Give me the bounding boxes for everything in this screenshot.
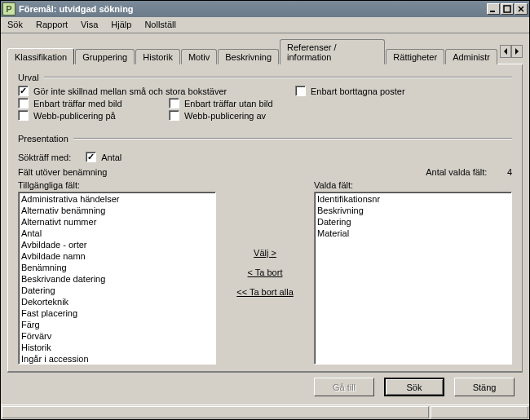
statusbar bbox=[1, 405, 529, 419]
urval-label: Urval bbox=[18, 73, 39, 82]
tab-administr[interactable]: Administr bbox=[445, 49, 497, 64]
divider bbox=[73, 138, 512, 139]
check-case-insensitive[interactable] bbox=[18, 86, 29, 96]
presentation-group: Presentation bbox=[18, 134, 512, 144]
subheading: Fält utöver benämning bbox=[18, 167, 107, 177]
titlebar: P Föremål: utvidgad sökning bbox=[1, 1, 529, 17]
check-without-image-label: Enbart träffar utan bild bbox=[184, 99, 273, 108]
tab-panel: Urval Gör inte skillnad mellan små och s… bbox=[7, 64, 523, 372]
tabstrip: Klassifikation Gruppering Historik Motiv… bbox=[7, 38, 523, 64]
list-item[interactable]: Avbildade - orter bbox=[20, 239, 214, 250]
remove-link[interactable]: < Ta bort bbox=[248, 267, 283, 277]
app-icon: P bbox=[2, 2, 15, 15]
list-actions: Välj > < Ta bort << Ta bort alla bbox=[216, 180, 314, 365]
dual-listbox: Tillgängliga fält: Administrativa händel… bbox=[18, 180, 512, 365]
body: Klassifikation Gruppering Historik Motiv… bbox=[1, 33, 529, 405]
selected-label: Valda fält: bbox=[314, 180, 512, 190]
list-item[interactable]: Benämning bbox=[20, 262, 214, 273]
divider bbox=[44, 77, 512, 78]
menu-sok[interactable]: Sök bbox=[1, 17, 29, 33]
check-with-image-label: Enbart träffar med bild bbox=[33, 99, 122, 108]
check-deleted-only-label: Enbart borttagna poster bbox=[311, 86, 405, 96]
soktraff-label: Sökträff med: bbox=[18, 153, 71, 162]
choose-link[interactable]: Välj > bbox=[254, 248, 276, 258]
menu-visa[interactable]: Visa bbox=[74, 17, 104, 33]
list-item[interactable]: Dekorteknik bbox=[20, 296, 214, 307]
list-item[interactable]: Material bbox=[316, 228, 510, 239]
check-antal-label: Antal bbox=[101, 153, 121, 162]
goto-button[interactable]: Gå till bbox=[314, 378, 374, 396]
selected-listbox[interactable]: IdentifikationsnrBeskrivningDateringMate… bbox=[314, 192, 512, 365]
close-window-button[interactable]: Stäng bbox=[454, 378, 515, 396]
list-item[interactable]: Förvärv bbox=[20, 330, 214, 342]
window: P Föremål: utvidgad sökning Sök Rapport … bbox=[0, 0, 530, 420]
check-without-image[interactable] bbox=[169, 98, 179, 108]
remove-all-link[interactable]: << Ta bort alla bbox=[236, 287, 294, 297]
count-label: Antal valda fält: bbox=[426, 167, 487, 177]
list-item[interactable]: Historik bbox=[20, 342, 214, 353]
search-button[interactable]: Sök bbox=[384, 378, 444, 396]
status-cell bbox=[431, 406, 528, 418]
list-item[interactable]: Ingår i accession bbox=[20, 353, 214, 365]
tab-referenser[interactable]: Referenser / information bbox=[280, 39, 385, 64]
list-item[interactable]: Datering bbox=[316, 216, 510, 228]
maximize-button[interactable] bbox=[501, 3, 514, 15]
menubar: Sök Rapport Visa Hjälp Nollställ bbox=[1, 17, 529, 33]
check-webpub-on-label: Webb-publicering på bbox=[33, 111, 116, 121]
minimize-button[interactable] bbox=[487, 3, 500, 15]
tab-scroll-right[interactable] bbox=[511, 45, 523, 58]
list-item[interactable]: Fast placering bbox=[20, 307, 214, 319]
tab-historik[interactable]: Historik bbox=[135, 49, 180, 64]
svg-rect-0 bbox=[490, 11, 495, 12]
check-antal[interactable] bbox=[86, 152, 96, 162]
check-webpub-off-label: Webb-publicering av bbox=[184, 111, 266, 121]
menu-rapport[interactable]: Rapport bbox=[29, 17, 74, 33]
tab-gruppering[interactable]: Gruppering bbox=[75, 49, 135, 64]
tab-scroll-buttons bbox=[500, 45, 523, 58]
check-with-image[interactable] bbox=[18, 98, 29, 108]
list-item[interactable]: Datering bbox=[20, 285, 214, 296]
check-case-insensitive-label: Gör inte skillnad mellan små och stora b… bbox=[33, 86, 227, 96]
close-button[interactable] bbox=[515, 3, 528, 15]
tab-scroll-left[interactable] bbox=[500, 45, 511, 58]
urval-group: Urval bbox=[18, 73, 512, 82]
window-title: Föremål: utvidgad sökning bbox=[19, 4, 487, 14]
list-item[interactable]: Avbildade namn bbox=[20, 250, 214, 262]
available-label: Tillgängliga fält: bbox=[18, 180, 216, 190]
tab-rattigheter[interactable]: Rättigheter bbox=[386, 49, 444, 64]
count-info: Antal valda fält: 4 bbox=[426, 167, 512, 177]
list-item[interactable]: Alternativ benämning bbox=[20, 205, 214, 216]
svg-rect-1 bbox=[504, 6, 510, 12]
menu-nollstall[interactable]: Nollställ bbox=[138, 17, 183, 33]
tab-motiv[interactable]: Motiv bbox=[181, 49, 217, 64]
list-item[interactable]: Alternativt nummer bbox=[20, 216, 214, 228]
check-deleted-only[interactable] bbox=[295, 86, 306, 96]
list-item[interactable]: Färg bbox=[20, 319, 214, 330]
list-item[interactable]: Identifikationsnr bbox=[316, 193, 510, 205]
menu-hjalp[interactable]: Hjälp bbox=[104, 17, 138, 33]
list-item[interactable]: Beskrivning bbox=[316, 205, 510, 216]
presentation-label: Presentation bbox=[18, 134, 68, 144]
check-webpub-off[interactable] bbox=[169, 110, 179, 121]
status-cell bbox=[2, 406, 429, 418]
list-item[interactable]: Beskrivande datering bbox=[20, 273, 214, 285]
tab-beskrivning[interactable]: Beskrivning bbox=[218, 49, 279, 64]
list-item[interactable]: Administrativa händelser bbox=[20, 193, 214, 205]
count-value: 4 bbox=[507, 167, 512, 177]
list-item[interactable]: Antal bbox=[20, 228, 214, 239]
window-controls bbox=[487, 3, 528, 15]
footer-buttons: Gå till Sök Stäng bbox=[7, 372, 523, 401]
tab-klassifikation[interactable]: Klassifikation bbox=[7, 48, 74, 64]
check-webpub-on[interactable] bbox=[18, 110, 29, 121]
available-listbox[interactable]: Administrativa händelserAlternativ benäm… bbox=[18, 192, 216, 365]
